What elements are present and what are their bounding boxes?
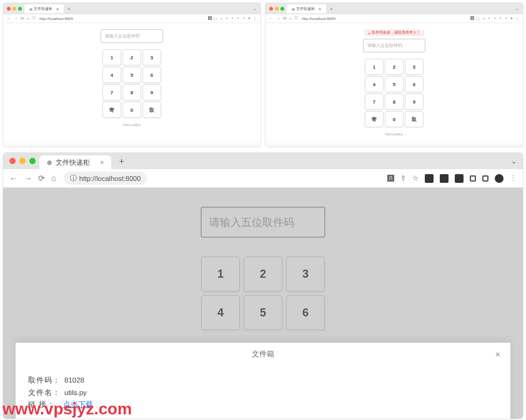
translate-icon[interactable]: 🅰 (208, 16, 212, 21)
ext1-icon[interactable] (425, 174, 434, 183)
new-tab-button[interactable]: + (330, 6, 333, 12)
site-info-icon[interactable]: ⓘ (70, 173, 77, 183)
ext2-icon[interactable] (440, 174, 449, 183)
new-tab-button[interactable]: + (119, 156, 124, 166)
key-6[interactable]: 6 (405, 76, 424, 92)
ext2-icon[interactable]: ▪ (493, 16, 497, 21)
back-icon[interactable]: ← (9, 173, 17, 183)
tab-list-button[interactable]: ⌄ (253, 6, 257, 11)
browser-tab[interactable]: ⊕ 文件快递柜 × (24, 4, 64, 13)
maximize-window-button[interactable] (280, 7, 284, 11)
bookmark-icon[interactable]: ☆ (482, 16, 485, 21)
maximize-window-button[interactable] (18, 7, 22, 11)
home-icon[interactable]: ⌂ (289, 16, 292, 21)
key-7[interactable]: 7 (365, 94, 384, 110)
url-text[interactable]: http://localhost:8000 (39, 17, 73, 21)
reload-icon[interactable]: ⟳ (283, 16, 287, 21)
key-send[interactable]: 寄 (102, 102, 121, 118)
key-6[interactable]: 6 (142, 67, 161, 83)
key-8[interactable]: 8 (385, 94, 404, 110)
key-0[interactable]: 0 (385, 111, 404, 127)
tab-title: 文件快递柜 (296, 6, 315, 12)
minimize-window-button[interactable] (275, 7, 279, 11)
code-input[interactable]: 请输入五位取件码 (101, 29, 163, 43)
profile-icon[interactable]: ● (510, 16, 514, 21)
modal-header: 文件箱 × (16, 343, 510, 366)
forward-icon[interactable]: → (14, 16, 18, 21)
code-input[interactable]: 请输入五位取件码 (363, 39, 425, 52)
key-9[interactable]: 9 (142, 84, 161, 100)
key-3[interactable]: 3 (142, 49, 161, 66)
key-2[interactable]: 2 (385, 59, 404, 75)
close-tab-icon[interactable]: × (56, 7, 59, 11)
key-9[interactable]: 9 (405, 94, 424, 110)
menu-icon[interactable]: ⋮ (515, 16, 519, 21)
ext2-icon[interactable]: ▪ (231, 16, 234, 21)
ext1-icon[interactable]: ▪ (487, 16, 491, 21)
close-window-button[interactable] (9, 158, 16, 164)
key-get[interactable]: 取 (142, 102, 161, 118)
ext4-icon[interactable]: ▪ (242, 16, 246, 21)
close-modal-icon[interactable]: × (495, 349, 500, 359)
share-icon[interactable]: ▢ (214, 16, 217, 21)
minimize-window-button[interactable] (12, 7, 16, 11)
key-send[interactable]: 寄 (365, 111, 384, 127)
footer-brand: FileCodeBox (385, 132, 404, 136)
ext3-icon[interactable] (455, 174, 464, 183)
back-icon[interactable]: ← (269, 16, 274, 21)
tab-favicon-icon: ⊕ (29, 7, 32, 11)
key-5[interactable]: 5 (385, 76, 404, 92)
close-tab-icon[interactable]: × (100, 159, 104, 166)
home-icon[interactable]: ⌂ (51, 173, 56, 183)
ext4-icon[interactable] (470, 175, 476, 182)
key-1[interactable]: 1 (102, 49, 121, 66)
ext1-icon[interactable]: ▪ (225, 16, 229, 21)
menu-icon[interactable]: ⋮ (253, 16, 257, 21)
key-8[interactable]: 8 (122, 84, 141, 100)
site-info-icon[interactable]: ⓘ (294, 16, 298, 21)
reload-icon[interactable]: ⟳ (38, 173, 45, 183)
url-field[interactable]: ⓘ http://localhost:8000 (64, 172, 147, 185)
key-4[interactable]: 4 (102, 67, 121, 83)
translate-icon[interactable]: 🅰 (470, 16, 474, 21)
menu-icon[interactable]: ⋮ (510, 174, 517, 182)
share-icon[interactable]: ▢ (476, 16, 480, 21)
close-window-button[interactable] (7, 7, 11, 11)
url-text[interactable]: http://localhost:8000 (302, 17, 335, 21)
new-tab-button[interactable]: + (67, 6, 71, 12)
browser-tab[interactable]: ⊕ 文件快递柜 × (287, 4, 326, 13)
key-3[interactable]: 3 (405, 59, 424, 75)
close-tab-icon[interactable]: × (319, 7, 321, 11)
reload-icon[interactable]: ⟳ (21, 16, 24, 21)
site-info-icon[interactable]: ⓘ (32, 16, 36, 21)
ext5-icon[interactable] (482, 175, 489, 182)
maximize-window-button[interactable] (29, 158, 36, 164)
back-icon[interactable]: ← (7, 16, 11, 21)
translate-icon[interactable]: 🅰 (387, 175, 394, 182)
key-0[interactable]: 0 (122, 102, 141, 118)
url-bar: ← → ⟳ ⌂ ⓘ http://localhost:8000 🅰 ▢ ☆ ▪ … (3, 14, 261, 23)
profile-icon[interactable] (495, 174, 504, 183)
tab-list-button[interactable]: ⌄ (511, 157, 517, 165)
browser-tab[interactable]: ⊕ 文件快递柜 × (39, 155, 111, 169)
ext3-icon[interactable]: ▪ (236, 16, 240, 21)
ext4-icon[interactable]: ▪ (504, 16, 508, 21)
forward-icon[interactable]: → (24, 173, 32, 183)
bookmark-icon[interactable]: ☆ (219, 16, 223, 21)
profile-icon[interactable]: ● (247, 16, 251, 21)
key-4[interactable]: 4 (365, 76, 384, 92)
share-icon[interactable]: ⇧ (400, 174, 406, 182)
key-2[interactable]: 2 (122, 49, 141, 66)
key-7[interactable]: 7 (102, 84, 121, 100)
key-get[interactable]: 取 (405, 111, 424, 127)
forward-icon[interactable]: → (276, 16, 280, 21)
ext3-icon[interactable]: ▪ (499, 16, 502, 21)
close-window-button[interactable] (269, 7, 273, 11)
minimize-window-button[interactable] (19, 158, 26, 164)
key-1[interactable]: 1 (365, 59, 384, 75)
tab-list-button[interactable]: ⌄ (515, 6, 519, 11)
key-5[interactable]: 5 (122, 67, 141, 83)
bookmark-icon[interactable]: ☆ (412, 174, 419, 182)
watermark: www.vpsjyz.com (0, 398, 134, 420)
home-icon[interactable]: ⌂ (27, 16, 29, 21)
